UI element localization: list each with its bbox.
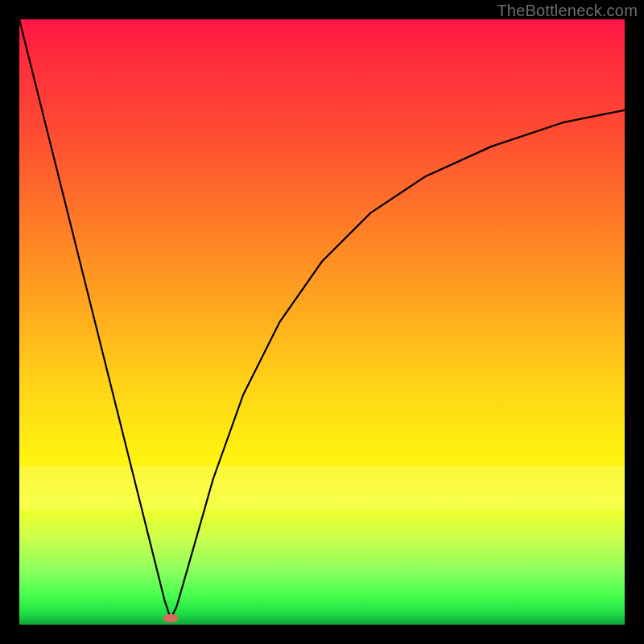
chart-frame <box>19 19 625 625</box>
bottleneck-curve <box>19 19 625 625</box>
minimum-marker <box>163 614 178 622</box>
curve-path <box>19 19 625 619</box>
watermark-text: TheBottleneck.com <box>497 2 638 20</box>
